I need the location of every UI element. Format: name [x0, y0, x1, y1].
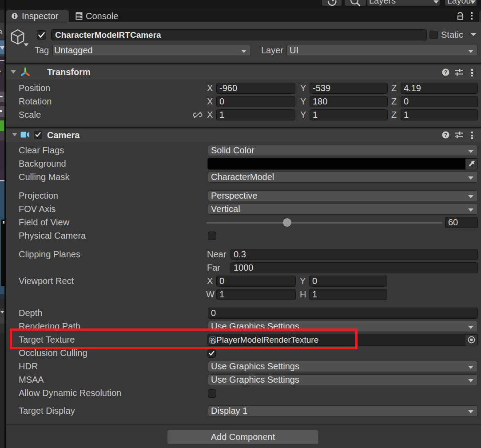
- svg-text:?: ?: [444, 132, 447, 138]
- svg-text:?: ?: [444, 69, 447, 76]
